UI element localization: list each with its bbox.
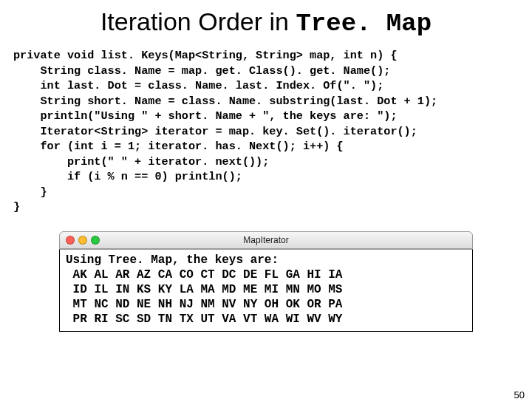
console-line: PR RI SC SD TN TX UT VA VT WA WI WV WY (66, 313, 342, 326)
code-line: if (i % n == 0) println(); (13, 170, 242, 183)
code-line: int last. Dot = class. Name. last. Index… (13, 79, 383, 92)
slide-title: Iteration Order in Tree. Map (0, 7, 532, 38)
page-number: 50 (514, 389, 525, 399)
console-line: AK AL AR AZ CA CO CT DC DE FL GA HI IA (66, 268, 342, 282)
code-line: print(" " + iterator. next()); (13, 155, 269, 168)
console-line: MT NC ND NE NH NJ NM NV NY OH OK OR PA (66, 298, 342, 311)
code-line: for (int i = 1; iterator. has. Next(); i… (13, 140, 344, 153)
code-block: private void list. Keys(Map<String, Stri… (13, 48, 532, 215)
code-line: Iterator<String> iterator = map. key. Se… (13, 125, 417, 138)
console-line: ID IL IN KS KY LA MA MD ME MI MN MO MS (66, 283, 342, 296)
code-line: } (13, 200, 20, 214)
title-mono: Tree. Map (296, 10, 432, 38)
code-line: String short. Name = class. Name. substr… (13, 95, 437, 108)
window-title: MapIterator (60, 235, 472, 245)
window-titlebar: MapIterator (59, 231, 473, 249)
console-window: MapIterator Using Tree. Map, the keys ar… (59, 231, 473, 332)
code-line: private void list. Keys(Map<String, Stri… (13, 49, 398, 62)
code-line: String class. Name = map. get. Class(). … (13, 64, 390, 78)
code-line: println("Using " + short. Name + ", the … (13, 109, 398, 123)
code-line: } (13, 185, 47, 199)
title-text: Iteration Order in (100, 7, 296, 35)
console-line: Using Tree. Map, the keys are: (66, 253, 279, 267)
console-output: Using Tree. Map, the keys are: AK AL AR … (59, 249, 473, 332)
